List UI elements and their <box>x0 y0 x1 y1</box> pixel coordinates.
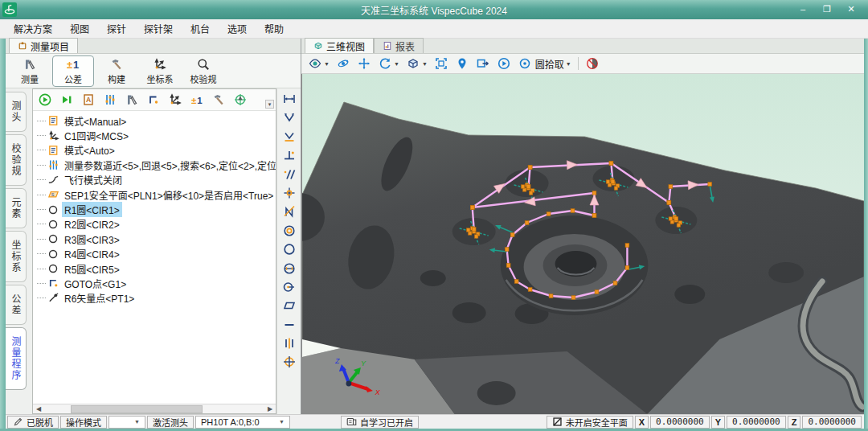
diameter-chord-icon[interactable] <box>280 261 298 277</box>
perpendicularity-icon[interactable] <box>280 147 298 163</box>
path-point <box>571 296 575 300</box>
tree-connector <box>37 239 46 240</box>
runout-icon[interactable] <box>280 279 298 295</box>
position-cross-icon[interactable] <box>280 185 298 201</box>
maximize-button[interactable]: ❐ <box>817 3 837 16</box>
step-icon[interactable] <box>59 92 75 108</box>
tree-item[interactable]: 模式<Auto> <box>33 143 276 158</box>
menu-item-3[interactable]: 探针架 <box>135 19 182 38</box>
scroll-right-icon[interactable]: ▶ <box>264 405 276 413</box>
view-tool-play-view[interactable] <box>497 56 511 71</box>
svg-text:S: S <box>51 192 55 197</box>
tab-measurement-project-label: 测量项目 <box>31 39 69 53</box>
view-flag-icon <box>476 56 490 71</box>
3d-viewport[interactable]: X Y Z <box>301 74 864 414</box>
ribbon-button-hammer[interactable]: 构建 <box>96 55 137 87</box>
tree-item[interactable]: R4圆<CIR4> <box>33 247 276 261</box>
tree-connector <box>37 150 46 150</box>
tab-3d-view[interactable]: 三维视图 <box>305 38 374 53</box>
ribbon-button-axes[interactable]: 坐标系 <box>139 55 181 87</box>
tree-item[interactable]: 飞行模式关闭 <box>33 173 276 187</box>
angularity-icon[interactable] <box>280 203 298 220</box>
side-tab-1[interactable]: 校验规 <box>6 134 27 186</box>
tree-item[interactable]: C1回调<MCS> <box>33 128 276 142</box>
roundness-icon[interactable] <box>280 241 298 257</box>
tab-measurement-project[interactable]: 测量项目 <box>9 38 78 53</box>
angle-seat-icon[interactable] <box>280 129 298 145</box>
offline-icon <box>13 417 23 427</box>
probe-target-icon[interactable] <box>232 92 248 108</box>
tree-item-label: 测量参数逼近<5>,回退<5>,搜索<6>,定位<2>,定位加<2>,测量 <box>62 158 276 173</box>
minimize-button[interactable]: – <box>792 3 813 16</box>
view-tool-rotate-view[interactable]: ▼ <box>378 56 399 71</box>
straightness-icon[interactable] <box>280 317 298 333</box>
menu-item-5[interactable]: 选项 <box>219 19 256 38</box>
menu-item-4[interactable]: 机台 <box>182 19 219 38</box>
axes-small-icon[interactable] <box>167 92 183 108</box>
hammer-small-icon[interactable] <box>211 92 227 108</box>
tree-item[interactable]: R1圆<CIR1> <box>33 202 276 216</box>
menu-item-6[interactable]: 帮助 <box>256 19 293 38</box>
run-icon[interactable] <box>37 92 53 108</box>
tree-item[interactable]: 模式<Manual> <box>33 113 276 128</box>
flatness-icon[interactable] <box>280 298 298 314</box>
tree-item[interactable]: SSEP1安全平面<PLN1>偏移<10>是否启用<True> <box>33 187 276 202</box>
ribbon-button-tolerance[interactable]: ±1公差 <box>52 55 94 87</box>
tree-toolbar: A±1▾ <box>33 89 276 111</box>
tree-item[interactable]: R5圆<CIR5> <box>33 261 276 276</box>
operation-mode-label-cell: 操作模式 <box>60 416 107 429</box>
menu-item-1[interactable]: 视图 <box>61 19 98 38</box>
view-tool-probe-disabled[interactable] <box>585 56 600 71</box>
tree-horizontal-scrollbar[interactable]: ◀ ▶ <box>33 404 276 413</box>
coord-value-x: 0.0000000 <box>650 416 710 429</box>
angle-arrows-icon[interactable] <box>280 109 298 125</box>
view-tool-view-flag[interactable] <box>476 56 490 71</box>
ribbon-label-magnifier: 校验规 <box>190 72 217 85</box>
scrollbar-thumb[interactable] <box>71 405 203 413</box>
side-tab-5[interactable]: 测量程序 <box>6 327 27 390</box>
symmetry-icon[interactable] <box>280 335 298 351</box>
view-tool-pan[interactable] <box>357 56 371 71</box>
path-point <box>528 166 532 170</box>
active-probe-select[interactable]: PH10T A:0,B:0 ▼ <box>195 416 290 429</box>
calipers-icon[interactable] <box>124 92 140 108</box>
tree-item[interactable]: R6矢量点<PT1> <box>33 291 276 306</box>
tab-report[interactable]: 报表 <box>374 38 424 53</box>
zoom-fit-icon <box>434 56 448 71</box>
side-tab-2[interactable]: 元素 <box>6 188 27 228</box>
close-button[interactable]: ✕ <box>841 3 862 16</box>
view-tool-cube-view[interactable]: ▼ <box>406 56 428 71</box>
concentricity-icon[interactable] <box>280 223 298 239</box>
tolerance-small-icon[interactable]: ±1 <box>189 92 205 108</box>
params-icon[interactable] <box>102 92 118 108</box>
menu-item-0[interactable]: 解决方案 <box>5 19 61 38</box>
operation-mode-select[interactable]: ▼ <box>108 416 145 429</box>
distance-icon[interactable] <box>280 91 298 107</box>
goto-icon[interactable] <box>145 92 162 108</box>
tree-item[interactable]: R2圆<CIR2> <box>33 217 276 232</box>
parallelism-icon[interactable] <box>280 166 298 183</box>
ribbon-button-magnifier[interactable]: 校验规 <box>182 55 224 87</box>
scroll-left-icon[interactable]: ◀ <box>33 405 44 413</box>
view-tool-circle-pick[interactable]: 圆拾取▼ <box>518 56 571 71</box>
tree-item[interactable]: 测量参数逼近<5>,回退<5>,搜索<6>,定位<2>,定位加<2>,测量 <box>33 158 276 172</box>
view-tool-view-eye[interactable]: ▼ <box>308 56 330 71</box>
view-tool-locate-pin[interactable] <box>455 56 469 71</box>
side-tab-4[interactable]: 公差 <box>6 285 27 325</box>
view-tool-zoom-fit[interactable] <box>434 56 448 71</box>
true-position-icon[interactable] <box>280 354 298 370</box>
menu-item-2[interactable]: 探针 <box>98 19 135 38</box>
mode-icon <box>47 115 59 126</box>
report-a-icon[interactable]: A <box>80 92 96 108</box>
view-tool-orbit-rotate[interactable] <box>336 56 350 71</box>
tolerance-toolbar <box>276 88 301 414</box>
ribbon-button-calipers[interactable]: 测量 <box>9 55 51 87</box>
tree-item[interactable]: GOTO点<G1> <box>33 276 276 290</box>
toolbar-overflow-icon[interactable]: ▾ <box>265 100 274 109</box>
tree-item[interactable]: R3圆<CIR3> <box>33 232 276 246</box>
circle-icon <box>47 204 59 216</box>
side-tab-3[interactable]: 坐标系 <box>6 231 27 282</box>
cube-view-icon <box>406 56 420 71</box>
path-point <box>528 288 532 292</box>
side-tab-0[interactable]: 测头 <box>6 92 27 132</box>
